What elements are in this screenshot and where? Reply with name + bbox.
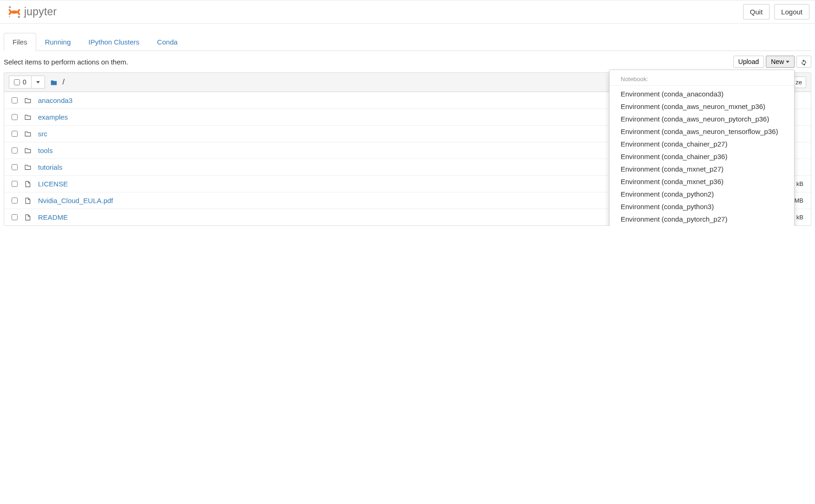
folder-icon (24, 147, 32, 154)
file-icon-wrap (24, 214, 32, 221)
folder-icon (24, 131, 32, 137)
page-header: jupyter Quit Logout (0, 0, 815, 24)
dropdown-item-notebook-10[interactable]: Environment (conda_pytorch_p27) (610, 213, 794, 225)
home-folder-icon[interactable] (50, 78, 58, 86)
new-dropdown-menu: Notebook: Environment (conda_anaconda3)E… (609, 70, 795, 226)
file-icon (25, 197, 31, 204)
action-hint: Select items to perform actions on them. (4, 58, 128, 66)
breadcrumb-separator: / (63, 78, 64, 86)
row-checkbox[interactable] (12, 198, 18, 204)
refresh-button[interactable] (796, 56, 811, 68)
row-checkbox[interactable] (12, 181, 18, 187)
file-link[interactable]: examples (38, 113, 68, 121)
tabs-container: Files Running IPython Clusters Conda (0, 33, 815, 51)
dropdown-item-notebook-1[interactable]: Environment (conda_aws_neuron_mxnet_p36) (610, 100, 794, 113)
dropdown-header-notebook: Notebook: (610, 74, 794, 86)
row-checkbox[interactable] (12, 147, 18, 153)
row-checkbox[interactable] (12, 164, 18, 170)
row-checkbox[interactable] (12, 114, 18, 120)
folder-icon-wrap (24, 97, 32, 104)
file-size: MB (795, 197, 807, 204)
svg-point-2 (9, 16, 10, 17)
file-size: kB (796, 214, 806, 221)
row-checkbox[interactable] (12, 131, 18, 137)
select-dropdown-toggle[interactable] (32, 79, 45, 86)
refresh-icon (801, 59, 807, 65)
file-icon (25, 180, 31, 188)
folder-icon-wrap (24, 114, 32, 121)
file-link[interactable]: tutorials (38, 163, 63, 171)
tab-files[interactable]: Files (4, 33, 36, 51)
file-link[interactable]: anaconda3 (38, 96, 72, 104)
dropdown-item-notebook-0[interactable]: Environment (conda_anaconda3) (610, 88, 794, 100)
tab-running[interactable]: Running (36, 33, 80, 51)
select-all-checkbox[interactable] (14, 79, 20, 85)
folder-icon (24, 164, 32, 171)
file-icon-wrap (24, 197, 32, 204)
dropdown-item-notebook-7[interactable]: Environment (conda_mxnet_p36) (610, 175, 794, 188)
header-buttons: Quit Logout (743, 4, 809, 19)
quit-button[interactable]: Quit (743, 4, 770, 19)
file-link[interactable]: LICENSE (38, 180, 68, 188)
svg-point-1 (18, 16, 20, 18)
new-button[interactable]: New (766, 56, 795, 68)
dropdown-item-notebook-2[interactable]: Environment (conda_aws_neuron_pytorch_p3… (610, 113, 794, 125)
main-tabs: Files Running IPython Clusters Conda (4, 33, 811, 51)
folder-icon (50, 79, 58, 86)
row-checkbox[interactable] (12, 214, 18, 220)
logo-text: jupyter (24, 6, 57, 18)
upload-button[interactable]: Upload (733, 56, 764, 68)
folder-icon-wrap (24, 164, 32, 171)
folder-icon (24, 114, 32, 121)
folder-icon-wrap (24, 147, 32, 154)
tab-ipython-clusters[interactable]: IPython Clusters (80, 33, 148, 51)
file-size: kB (796, 180, 806, 187)
new-button-label: New (771, 58, 784, 65)
file-link[interactable]: README (38, 213, 68, 221)
tab-conda[interactable]: Conda (148, 33, 186, 51)
dropdown-item-notebook-11[interactable]: Environment (conda_pytorch_p36) (610, 225, 794, 226)
action-buttons: Upload New Notebook: Environment (conda_… (733, 56, 811, 68)
dropdown-item-notebook-5[interactable]: Environment (conda_chainer_p36) (610, 150, 794, 163)
file-icon-wrap (24, 180, 32, 188)
dropdown-item-notebook-3[interactable]: Environment (conda_aws_neuron_tensorflow… (610, 125, 794, 138)
file-link[interactable]: Nvidia_Cloud_EULA.pdf (38, 197, 113, 204)
jupyter-logo[interactable]: jupyter (6, 5, 57, 19)
row-checkbox[interactable] (12, 97, 18, 103)
svg-point-0 (9, 6, 11, 8)
file-link[interactable]: tools (38, 147, 53, 154)
file-link[interactable]: src (38, 130, 47, 138)
action-row: Select items to perform actions on them.… (0, 51, 815, 72)
dropdown-item-notebook-8[interactable]: Environment (conda_python2) (610, 188, 794, 200)
caret-down-icon (36, 81, 40, 83)
jupyter-logo-icon (7, 5, 21, 19)
selected-count: 0 (23, 78, 26, 86)
folder-icon (24, 97, 32, 104)
dropdown-item-notebook-4[interactable]: Environment (conda_chainer_p27) (610, 138, 794, 150)
dropdown-item-notebook-9[interactable]: Environment (conda_python3) (610, 200, 794, 213)
file-icon (25, 214, 31, 221)
dropdown-item-notebook-6[interactable]: Environment (conda_mxnet_p27) (610, 163, 794, 175)
select-all-button[interactable]: 0 (9, 76, 45, 89)
logout-button[interactable]: Logout (774, 4, 809, 19)
caret-down-icon (786, 61, 789, 63)
breadcrumb-left: 0 / (9, 76, 64, 89)
folder-icon-wrap (24, 131, 32, 137)
new-dropdown-wrap: New Notebook: Environment (conda_anacond… (766, 56, 795, 68)
